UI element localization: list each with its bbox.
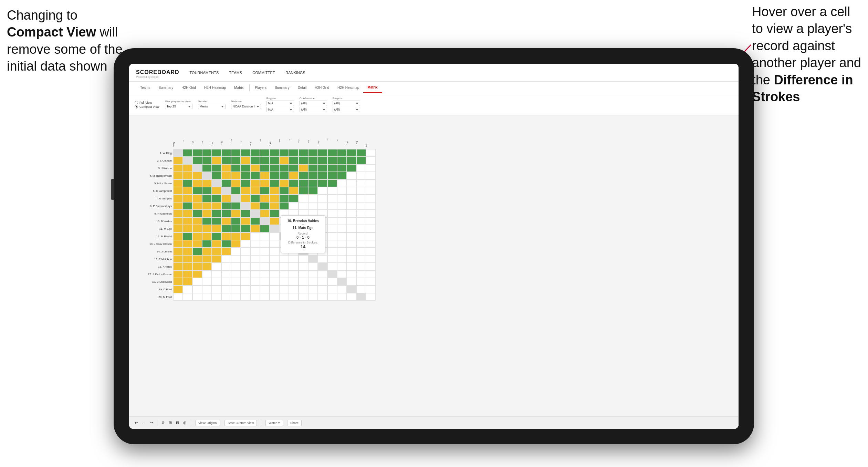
matrix-cell[interactable] [183,172,192,179]
matrix-cell[interactable] [279,157,289,164]
matrix-cell[interactable] [337,263,347,270]
redo-icon[interactable]: ↪ [150,421,153,425]
matrix-cell[interactable] [299,149,308,157]
matrix-cell[interactable] [270,157,279,164]
matrix-cell[interactable] [270,255,279,263]
matrix-cell[interactable] [318,187,327,195]
compact-view-option[interactable]: Compact View [135,105,159,108]
matrix-cell[interactable] [173,172,183,179]
matrix-cell[interactable] [327,187,337,195]
matrix-cell[interactable] [202,270,212,278]
matrix-cell[interactable] [347,225,356,232]
matrix-cell[interactable] [192,172,202,179]
matrix-cell[interactable] [347,270,356,278]
matrix-cell[interactable] [299,157,308,164]
matrix-cell[interactable] [250,278,260,286]
matrix-cell[interactable] [183,179,192,187]
matrix-cell[interactable] [241,278,250,286]
matrix-cell[interactable] [337,232,347,240]
matrix-cell[interactable] [366,187,376,195]
division-select[interactable]: NCAA Division I NCAA Division II [231,104,261,109]
matrix-cell[interactable] [356,172,366,179]
matrix-cell[interactable] [270,164,279,172]
matrix-cell[interactable] [356,248,366,255]
matrix-cell[interactable] [212,270,221,278]
matrix-cell[interactable] [202,195,212,202]
matrix-cell[interactable] [183,217,192,225]
matrix-cell[interactable] [250,270,260,278]
matrix-cell[interactable] [366,172,376,179]
matrix-cell[interactable] [327,157,337,164]
matrix-cell[interactable] [318,263,327,270]
matrix-cell[interactable] [318,195,327,202]
matrix-cell[interactable] [327,217,337,225]
region-select-2[interactable]: N/A [266,107,294,112]
matrix-cell[interactable] [221,202,231,210]
matrix-cell[interactable] [173,263,183,270]
matrix-cell[interactable] [221,278,231,286]
matrix-cell[interactable] [173,293,183,301]
save-custom-btn[interactable]: Save Custom View [224,420,257,426]
matrix-cell[interactable] [183,240,192,248]
zoom-icon[interactable]: ⊡ [176,421,179,425]
matrix-cell[interactable] [270,202,279,210]
matrix-cell[interactable] [173,278,183,286]
matrix-cell[interactable] [231,195,241,202]
matrix-cell[interactable] [308,157,318,164]
matrix-cell[interactable] [356,240,366,248]
matrix-cell[interactable] [260,278,270,286]
matrix-cell[interactable] [347,202,356,210]
matrix-cell[interactable] [327,270,337,278]
matrix-cell[interactable] [231,286,241,293]
matrix-cell[interactable] [192,217,202,225]
tab-matrix-2[interactable]: Matrix [363,83,381,93]
matrix-cell[interactable] [241,179,250,187]
tab-h2h-heatmap-1[interactable]: H2H Heatmap [200,83,230,92]
matrix-cell[interactable] [308,172,318,179]
matrix-cell[interactable] [318,179,327,187]
matrix-cell[interactable] [173,210,183,217]
matrix-cell[interactable] [183,232,192,240]
full-view-radio[interactable] [135,101,138,104]
target-icon[interactable]: ◎ [183,421,187,425]
matrix-cell[interactable] [260,164,270,172]
players-select-2[interactable]: (All) [333,107,360,112]
matrix-cell[interactable] [202,278,212,286]
matrix-cell[interactable] [212,278,221,286]
matrix-cell[interactable] [366,217,376,225]
matrix-cell[interactable] [260,232,270,240]
matrix-cell[interactable] [192,187,202,195]
matrix-cell[interactable] [192,225,202,232]
matrix-cell[interactable] [270,240,279,248]
matrix-cell[interactable] [289,293,299,301]
matrix-cell[interactable] [279,149,289,157]
matrix-cell[interactable] [260,149,270,157]
matrix-cell[interactable] [327,202,337,210]
matrix-cell[interactable] [279,263,289,270]
matrix-cell[interactable] [241,164,250,172]
matrix-cell[interactable] [221,195,231,202]
matrix-cell[interactable] [337,179,347,187]
matrix-cell[interactable] [366,293,376,301]
matrix-cell[interactable] [202,172,212,179]
matrix-cell[interactable] [347,240,356,248]
matrix-cell[interactable] [212,164,221,172]
matrix-cell[interactable] [289,255,299,263]
matrix-cell[interactable] [221,248,231,255]
matrix-cell[interactable] [173,149,183,157]
matrix-cell[interactable] [173,255,183,263]
matrix-cell[interactable] [270,225,279,232]
matrix-cell[interactable] [183,286,192,293]
matrix-cell[interactable] [221,232,231,240]
compact-view-radio[interactable] [135,105,138,108]
matrix-cell[interactable] [183,195,192,202]
tab-teams[interactable]: Teams [136,83,154,92]
matrix-cell[interactable] [212,157,221,164]
matrix-cell[interactable] [183,210,192,217]
matrix-cell[interactable] [192,164,202,172]
matrix-cell[interactable] [221,210,231,217]
matrix-cell[interactable] [356,286,366,293]
tab-h2h-heatmap-2[interactable]: H2H Heatmap [333,83,363,92]
region-select-1[interactable]: N/A [266,101,294,106]
matrix-cell[interactable] [347,187,356,195]
